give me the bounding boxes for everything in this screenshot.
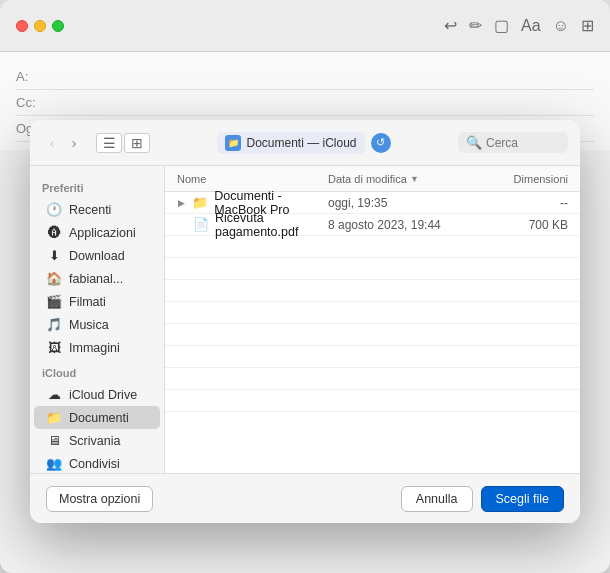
sidebar-label-fabiana: fabianal... xyxy=(69,272,123,286)
folder-icon: 📁 xyxy=(225,135,241,151)
sidebar-item-immagini[interactable]: 🖼 Immagini xyxy=(34,336,160,359)
sidebar-label-applicazioni: Applicazioni xyxy=(69,226,136,240)
search-input[interactable] xyxy=(486,136,566,150)
sidebar-item-download[interactable]: ⬇ Download xyxy=(34,244,160,267)
dialog-toolbar: ‹ › ☰ ⊞ 📁 Documenti — iCloud ↺ 🔍 xyxy=(30,120,580,166)
sidebar: Preferiti 🕐 Recenti 🅐 Applicazioni ⬇ Dow… xyxy=(30,166,165,473)
dialog-footer: Mostra opzioni Annulla Scegli file xyxy=(30,473,580,523)
sidebar-item-fabiana[interactable]: 🏠 fabianal... xyxy=(34,267,160,290)
file-date-1: 8 agosto 2023, 19:44 xyxy=(328,218,488,232)
sidebar-item-documenti[interactable]: 📁 Documenti xyxy=(34,406,160,429)
search-box[interactable]: 🔍 xyxy=(458,132,568,153)
sidebar-label-musica: Musica xyxy=(69,318,109,332)
icloud-drive-icon: ☁ xyxy=(46,387,62,402)
empty-row-1 xyxy=(165,236,580,258)
cc-field: Cc: xyxy=(16,90,594,116)
refresh-button[interactable]: ↺ xyxy=(371,133,391,153)
sidebar-item-filmati[interactable]: 🎬 Filmati xyxy=(34,290,160,313)
file-label-1: Ricevuta pagamento.pdf xyxy=(215,211,328,239)
fabiana-icon: 🏠 xyxy=(46,271,62,286)
sidebar-item-musica[interactable]: 🎵 Musica xyxy=(34,313,160,336)
sidebar-section-preferiti: Preferiti xyxy=(30,174,164,198)
sidebar-item-scrivania[interactable]: 🖥 Scrivania xyxy=(34,429,160,452)
sidebar-label-condivisi: Condivisi xyxy=(69,457,120,471)
sidebar-item-applicazioni[interactable]: 🅐 Applicazioni xyxy=(34,221,160,244)
pencil-icon[interactable]: ✏ xyxy=(469,16,482,35)
title-bar: ↩ ✏ ▢ Aa ☺ ⊞ xyxy=(0,0,610,52)
window-icon[interactable]: ▢ xyxy=(494,16,509,35)
condivisi-icon: 👥 xyxy=(46,456,62,471)
filmati-icon: 🎬 xyxy=(46,294,62,309)
sidebar-label-download: Download xyxy=(69,249,125,263)
traffic-lights xyxy=(16,20,64,32)
scrivania-icon: 🖥 xyxy=(46,433,62,448)
minimize-button[interactable] xyxy=(34,20,46,32)
col-name-header: Nome xyxy=(177,173,328,185)
col-date-header: Data di modifica ▼ xyxy=(328,173,488,185)
file-size-0: -- xyxy=(488,196,568,210)
sidebar-item-condivisi[interactable]: 👥 Condivisi xyxy=(34,452,160,473)
list-view-button[interactable]: ☰ xyxy=(96,133,122,153)
sort-arrow-icon: ▼ xyxy=(410,174,419,184)
cc-label: Cc: xyxy=(16,95,71,110)
sidebar-label-icloud-drive: iCloud Drive xyxy=(69,388,137,402)
sidebar-section-icloud: iCloud xyxy=(30,359,164,383)
mostra-opzioni-button[interactable]: Mostra opzioni xyxy=(46,486,153,512)
file-row-1[interactable]: 📄 Ricevuta pagamento.pdf 8 agosto 2023, … xyxy=(165,214,580,236)
sidebar-label-filmati: Filmati xyxy=(69,295,106,309)
dialog-body: Preferiti 🕐 Recenti 🅐 Applicazioni ⬇ Dow… xyxy=(30,166,580,473)
location-badge: 📁 Documenti — iCloud xyxy=(217,132,364,154)
scegli-file-button[interactable]: Scegli file xyxy=(481,486,565,512)
sidebar-label-documenti: Documenti xyxy=(69,411,129,425)
back-button[interactable]: ‹ xyxy=(42,133,62,153)
font-icon[interactable]: Aa xyxy=(521,17,541,35)
to-field: A: xyxy=(16,64,594,90)
nav-buttons: ‹ › xyxy=(42,133,84,153)
empty-row-8 xyxy=(165,390,580,412)
grid-view-button[interactable]: ⊞ xyxy=(124,133,150,153)
recenti-icon: 🕐 xyxy=(46,202,62,217)
location-text: Documenti — iCloud xyxy=(246,136,356,150)
folder-icon-0: 📁 xyxy=(192,195,208,210)
sidebar-item-recenti[interactable]: 🕐 Recenti xyxy=(34,198,160,221)
reply-icon[interactable]: ↩ xyxy=(444,16,457,35)
empty-row-5 xyxy=(165,324,580,346)
col-size-header: Dimensioni xyxy=(488,173,568,185)
file-picker-dialog: ‹ › ☰ ⊞ 📁 Documenti — iCloud ↺ 🔍 xyxy=(30,120,580,523)
emoji-icon[interactable]: ☺ xyxy=(553,17,569,35)
musica-icon: 🎵 xyxy=(46,317,62,332)
empty-row-3 xyxy=(165,280,580,302)
to-label: A: xyxy=(16,69,71,84)
annulla-button[interactable]: Annulla xyxy=(401,486,473,512)
file-list: Nome Data di modifica ▼ Dimensioni ▶ 📁 D… xyxy=(165,166,580,473)
more-icon[interactable]: ⊞ xyxy=(581,16,594,35)
sidebar-item-icloud-drive[interactable]: ☁ iCloud Drive xyxy=(34,383,160,406)
download-icon: ⬇ xyxy=(46,248,62,263)
file-name-1: 📄 Ricevuta pagamento.pdf xyxy=(177,211,328,239)
maximize-button[interactable] xyxy=(52,20,64,32)
location-bar: 📁 Documenti — iCloud ↺ xyxy=(158,132,450,154)
documenti-icon: 📁 xyxy=(46,410,62,425)
file-size-1: 700 KB xyxy=(488,218,568,232)
sidebar-label-recenti: Recenti xyxy=(69,203,111,217)
file-date-0: oggi, 19:35 xyxy=(328,196,488,210)
sidebar-label-scrivania: Scrivania xyxy=(69,434,120,448)
sidebar-label-immagini: Immagini xyxy=(69,341,120,355)
empty-row-2 xyxy=(165,258,580,280)
expand-icon-0: ▶ xyxy=(177,198,186,208)
mail-window: ↩ ✏ ▢ Aa ☺ ⊞ A: Cc: Oggetto: ‹ › ☰ xyxy=(0,0,610,573)
close-button[interactable] xyxy=(16,20,28,32)
empty-row-4 xyxy=(165,302,580,324)
toolbar-icons: ↩ ✏ ▢ Aa ☺ ⊞ xyxy=(444,16,594,35)
search-icon: 🔍 xyxy=(466,135,482,150)
view-controls: ☰ ⊞ xyxy=(96,133,150,153)
immagini-icon: 🖼 xyxy=(46,340,62,355)
forward-button[interactable]: › xyxy=(64,133,84,153)
empty-row-6 xyxy=(165,346,580,368)
empty-row-7 xyxy=(165,368,580,390)
pdf-icon-1: 📄 xyxy=(193,217,209,232)
applicazioni-icon: 🅐 xyxy=(46,225,62,240)
